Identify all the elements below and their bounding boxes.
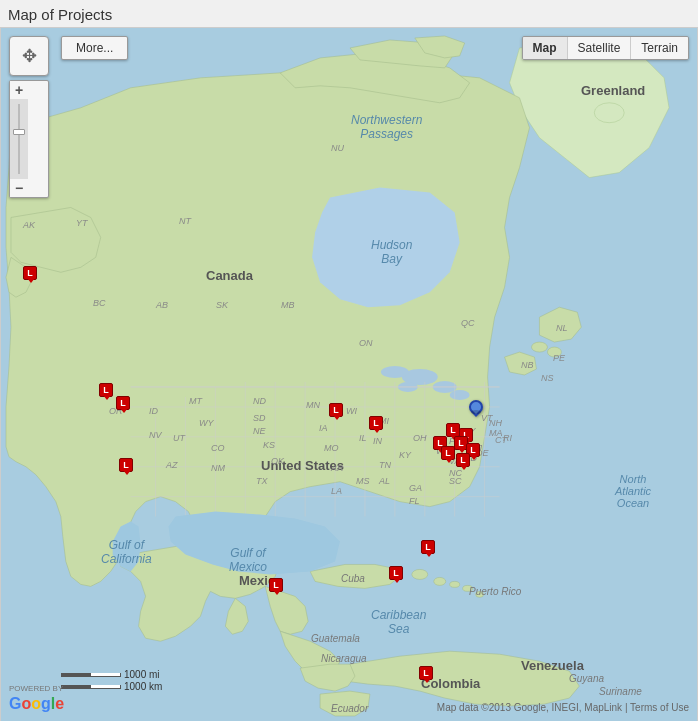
map-type-map-button[interactable]: Map — [523, 37, 567, 59]
svg-point-12 — [381, 366, 409, 378]
marker-wa-or[interactable]: L — [99, 383, 117, 401]
google-logo: POWERED BY Google — [9, 684, 64, 713]
map-attribution: Map data ©2013 Google, INEGI, MapLink | … — [437, 702, 689, 713]
zoom-in-button[interactable]: + — [10, 81, 28, 99]
marker-fl[interactable]: L — [421, 540, 439, 558]
terms-link[interactable]: Terms of Use — [630, 702, 689, 713]
blue-pin-marker[interactable] — [469, 400, 483, 414]
marker-alaska[interactable]: L — [23, 266, 41, 284]
svg-point-2 — [412, 569, 428, 579]
svg-point-5 — [463, 585, 473, 591]
svg-point-11 — [450, 390, 470, 400]
pan-control[interactable]: ✥ — [9, 36, 49, 76]
marker-or-2[interactable]: L — [116, 396, 134, 414]
svg-point-8 — [547, 347, 561, 357]
svg-point-1 — [594, 103, 624, 123]
zoom-slider-track — [10, 99, 28, 179]
marker-ca[interactable]: L — [119, 458, 137, 476]
page-title: Map of Projects — [0, 0, 698, 27]
attribution-text: Map data ©2013 Google, INEGI, MapLink — [437, 702, 622, 713]
zoom-out-button[interactable]: − — [10, 179, 28, 197]
map-controls: ✥ + − — [9, 36, 49, 198]
marker-colombia[interactable]: L — [419, 666, 437, 684]
powered-by-text: POWERED BY — [9, 684, 64, 693]
scale-km: 1000 km — [124, 681, 162, 692]
google-text: Google — [9, 695, 64, 713]
more-button[interactable]: More... — [61, 36, 128, 60]
svg-point-4 — [450, 581, 460, 587]
svg-point-7 — [531, 342, 547, 352]
map-container: Greenland Canada United States Mexico Cu… — [0, 27, 698, 721]
marker-wi[interactable]: L — [329, 403, 347, 421]
map-type-controls: Map Satellite Terrain — [522, 36, 689, 60]
pan-icon: ✥ — [22, 45, 37, 67]
svg-point-6 — [476, 591, 484, 597]
scale-miles: 1000 mi — [124, 669, 160, 680]
zoom-slider-thumb[interactable] — [13, 129, 25, 135]
zoom-control: + − — [9, 80, 49, 198]
marker-caribbean[interactable]: L — [389, 566, 407, 584]
marker-va-md[interactable]: L — [456, 453, 474, 471]
marker-mexico[interactable]: L — [269, 578, 287, 596]
map-type-terrain-button[interactable]: Terrain — [630, 37, 688, 59]
svg-point-3 — [434, 577, 446, 585]
scale-bar: 1000 mi 1000 km — [61, 669, 162, 693]
marker-mi[interactable]: L — [369, 416, 387, 434]
map-type-satellite-button[interactable]: Satellite — [567, 37, 631, 59]
